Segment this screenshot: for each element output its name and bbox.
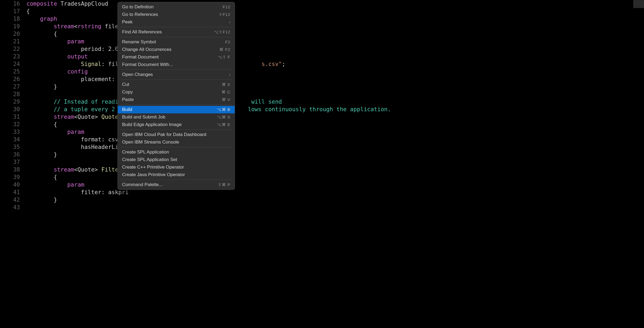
code-token: } xyxy=(26,151,57,158)
context-menu[interactable]: Go to DefinitionF12Go to References⇧F12P… xyxy=(117,2,235,190)
code-line[interactable] xyxy=(26,204,644,211)
code-token: format: csv; xyxy=(26,136,122,143)
context-menu-item-label: Build Edge Application Image xyxy=(122,122,214,127)
keyboard-shortcut: F2 xyxy=(225,39,230,45)
line-number-gutter: 1617181920212223242526272829303132333435… xyxy=(0,0,23,211)
code-token: period: xyxy=(26,46,108,52)
line-number: 39 xyxy=(0,173,20,181)
line-number: 30 xyxy=(0,106,20,113)
context-menu-item[interactable]: Rename SymbolF2 xyxy=(118,38,235,46)
code-token: TradesAppCloud xyxy=(60,1,108,7)
code-token: hasHeaderLine: xyxy=(26,144,129,150)
code-editor[interactable]: 1617181920212223242526272829303132333435… xyxy=(0,0,644,328)
menu-separator xyxy=(120,69,232,70)
context-menu-item[interactable]: Copy⌘ C xyxy=(118,88,235,96)
line-number: 17 xyxy=(0,8,20,15)
line-number: 43 xyxy=(0,204,20,211)
context-menu-item-label: Command Palette... xyxy=(122,182,215,187)
code-token xyxy=(26,68,67,75)
context-menu-item[interactable]: Command Palette...⇧⌘ P xyxy=(118,181,235,189)
context-menu-item[interactable]: Create SPL Application xyxy=(118,148,235,156)
code-token: param xyxy=(67,129,84,135)
code-token: } xyxy=(26,197,57,203)
code-line[interactable]: } xyxy=(26,196,644,204)
context-menu-item[interactable]: Change All Occurrences⌘ F2 xyxy=(118,46,235,53)
scrollbar-thumb[interactable] xyxy=(633,0,644,8)
context-menu-item[interactable]: Create SPL Application Set xyxy=(118,156,235,163)
context-menu-item[interactable]: Cut⌘ X xyxy=(118,81,235,88)
code-token: <Quote> xyxy=(74,114,101,120)
line-number: 36 xyxy=(0,151,20,158)
keyboard-shortcut: ⌥⌘ S xyxy=(217,114,230,120)
context-menu-item-label: Paste xyxy=(122,97,219,102)
line-number: 32 xyxy=(0,121,20,128)
line-number: 26 xyxy=(0,75,20,83)
context-menu-item[interactable]: Build and Submit Job⌥⌘ S xyxy=(118,113,235,121)
line-number: 38 xyxy=(0,166,20,173)
context-menu-item[interactable]: Go to References⇧F12 xyxy=(118,11,235,18)
line-number: 27 xyxy=(0,83,20,90)
context-menu-item[interactable]: Find All References⌥⇧F12 xyxy=(118,28,235,36)
code-token: 2.0 xyxy=(108,46,118,52)
chevron-right-icon: › xyxy=(229,19,230,25)
context-menu-item[interactable]: Build Edge Application Image⌥⌘ E xyxy=(118,121,235,128)
code-token: stream xyxy=(54,23,74,30)
context-menu-item-label: Cut xyxy=(122,82,219,87)
code-token: < xyxy=(74,23,78,30)
code-token xyxy=(26,99,54,105)
context-menu-item-label: Find All References xyxy=(122,29,211,35)
context-menu-item[interactable]: Open IBM Streams Console xyxy=(118,138,235,146)
context-menu-item-label: Go to Definition xyxy=(122,4,219,10)
context-menu-item[interactable]: Open IBM Cloud Pak for Data Dashboard xyxy=(118,131,235,138)
keyboard-shortcut: ⌘ X xyxy=(222,82,230,87)
context-menu-item-label: Peek xyxy=(122,19,226,25)
code-token: composite xyxy=(26,1,60,7)
line-number: 22 xyxy=(0,45,20,53)
line-number: 18 xyxy=(0,15,20,23)
context-menu-item[interactable]: Format Document⌥⇧ F xyxy=(118,53,235,61)
context-menu-item[interactable]: Create C++ Primitive Operator xyxy=(118,163,235,171)
code-token: <Quote> xyxy=(74,166,101,173)
line-number: 28 xyxy=(0,90,20,98)
line-number: 42 xyxy=(0,196,20,204)
line-number: 21 xyxy=(0,38,20,45)
line-number: 31 xyxy=(0,113,20,121)
context-menu-item[interactable]: Paste⌘ V xyxy=(118,96,235,103)
context-menu-item[interactable]: Format Document With... xyxy=(118,61,235,68)
keyboard-shortcut: ⌘ C xyxy=(221,89,230,95)
keyboard-shortcut: ⌘ F2 xyxy=(219,47,230,52)
line-number: 25 xyxy=(0,68,20,75)
context-menu-item-label: Build and Submit Job xyxy=(122,114,214,120)
context-menu-item[interactable]: Open Changes› xyxy=(118,71,235,78)
menu-separator xyxy=(120,180,232,180)
code-token xyxy=(26,166,54,173)
code-token: param xyxy=(67,182,84,188)
code-token xyxy=(26,182,67,188)
code-token: graph xyxy=(40,16,57,22)
context-menu-item[interactable]: Peek› xyxy=(118,18,235,26)
keyboard-shortcut: ⇧⌘ P xyxy=(218,182,230,187)
line-number: 40 xyxy=(0,181,20,189)
menu-separator xyxy=(120,104,232,105)
code-token xyxy=(26,61,81,67)
keyboard-shortcut: ⌥⇧ F xyxy=(218,54,230,60)
minimap-scrollbar[interactable] xyxy=(633,0,644,328)
context-menu-item-label: Rename Symbol xyxy=(122,39,222,45)
context-menu-item-label: Create SPL Application Set xyxy=(122,157,230,162)
keyboard-shortcut: ⌥⌘ B xyxy=(217,107,230,112)
code-token: placement: xyxy=(26,76,118,82)
line-number: 35 xyxy=(0,143,20,151)
context-menu-item[interactable]: Go to DefinitionF12 xyxy=(118,3,235,11)
line-number: 24 xyxy=(0,60,20,68)
code-token: Signal xyxy=(81,61,101,67)
menu-separator xyxy=(120,37,232,37)
context-menu-item[interactable]: Create Java Primitive Operator xyxy=(118,171,235,179)
line-number: 23 xyxy=(0,53,20,60)
line-number: 37 xyxy=(0,158,20,166)
context-menu-item-label: Format Document With... xyxy=(122,62,230,67)
code-token: s.csv" xyxy=(261,61,282,67)
code-token: { xyxy=(26,31,57,37)
context-menu-item[interactable]: Build⌥⌘ B xyxy=(118,106,235,113)
code-token: stream xyxy=(54,114,74,120)
code-token: { xyxy=(26,121,57,128)
